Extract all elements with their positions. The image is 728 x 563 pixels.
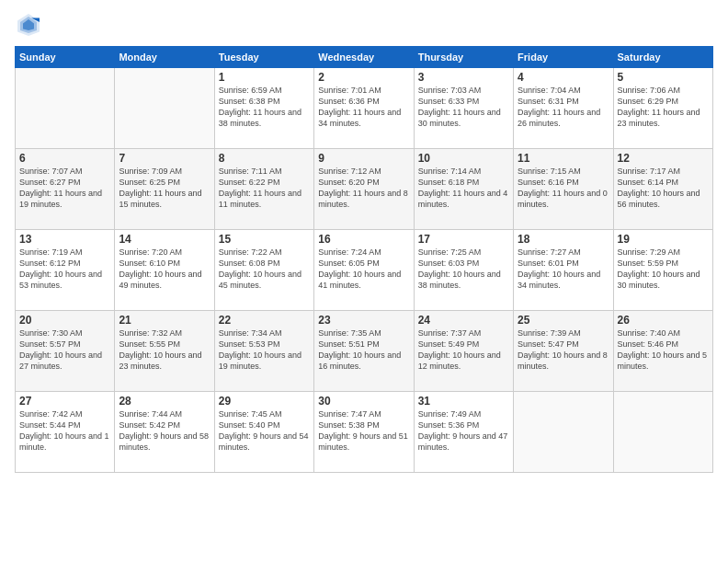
day-info: Sunrise: 7:14 AM Sunset: 6:18 PM Dayligh…: [418, 166, 509, 211]
calendar-cell: 24Sunrise: 7:37 AM Sunset: 5:49 PM Dayli…: [414, 311, 513, 392]
calendar-cell: 21Sunrise: 7:32 AM Sunset: 5:55 PM Dayli…: [115, 311, 214, 392]
day-number: 26: [618, 314, 709, 327]
col-header-thursday: Thursday: [414, 47, 513, 68]
day-number: 31: [418, 395, 509, 408]
day-info: Sunrise: 6:59 AM Sunset: 6:38 PM Dayligh…: [219, 85, 310, 130]
day-number: 29: [219, 395, 310, 408]
day-info: Sunrise: 7:19 AM Sunset: 6:12 PM Dayligh…: [19, 247, 110, 292]
day-number: 5: [618, 71, 709, 84]
col-header-friday: Friday: [514, 47, 613, 68]
day-info: Sunrise: 7:22 AM Sunset: 6:08 PM Dayligh…: [219, 247, 310, 292]
week-row-3: 13Sunrise: 7:19 AM Sunset: 6:12 PM Dayli…: [16, 230, 713, 311]
calendar-cell: 13Sunrise: 7:19 AM Sunset: 6:12 PM Dayli…: [16, 230, 115, 311]
day-info: Sunrise: 7:32 AM Sunset: 5:55 PM Dayligh…: [119, 327, 210, 373]
day-info: Sunrise: 7:35 AM Sunset: 5:51 PM Dayligh…: [318, 327, 409, 373]
day-number: 18: [518, 233, 609, 246]
calendar-cell: [613, 392, 712, 473]
day-number: 13: [19, 233, 110, 246]
day-info: Sunrise: 7:04 AM Sunset: 6:31 PM Dayligh…: [518, 85, 609, 130]
calendar-cell: [514, 392, 613, 473]
day-number: 2: [318, 71, 409, 84]
calendar-cell: 18Sunrise: 7:27 AM Sunset: 6:01 PM Dayli…: [514, 230, 613, 311]
day-number: 1: [219, 71, 310, 84]
day-number: 17: [418, 233, 509, 246]
calendar-cell: 30Sunrise: 7:47 AM Sunset: 5:38 PM Dayli…: [314, 392, 414, 473]
col-header-saturday: Saturday: [613, 47, 712, 68]
calendar-cell: 22Sunrise: 7:34 AM Sunset: 5:53 PM Dayli…: [214, 311, 313, 392]
week-row-2: 6Sunrise: 7:07 AM Sunset: 6:27 PM Daylig…: [16, 149, 713, 230]
day-info: Sunrise: 7:47 AM Sunset: 5:38 PM Dayligh…: [318, 408, 409, 454]
calendar-cell: 8Sunrise: 7:11 AM Sunset: 6:22 PM Daylig…: [214, 149, 313, 230]
col-header-wednesday: Wednesday: [314, 47, 414, 68]
day-number: 6: [19, 152, 110, 165]
calendar-cell: 27Sunrise: 7:42 AM Sunset: 5:44 PM Dayli…: [16, 392, 115, 473]
calendar-cell: 5Sunrise: 7:06 AM Sunset: 6:29 PM Daylig…: [613, 68, 712, 149]
day-info: Sunrise: 7:07 AM Sunset: 6:27 PM Dayligh…: [19, 166, 110, 211]
day-number: 28: [119, 395, 210, 408]
day-number: 27: [19, 395, 110, 408]
day-number: 10: [418, 152, 509, 165]
page: SundayMondayTuesdayWednesdayThursdayFrid…: [0, 0, 728, 563]
calendar-cell: 10Sunrise: 7:14 AM Sunset: 6:18 PM Dayli…: [414, 149, 513, 230]
day-number: 20: [19, 314, 110, 327]
col-header-sunday: Sunday: [16, 47, 115, 68]
calendar-cell: 29Sunrise: 7:45 AM Sunset: 5:40 PM Dayli…: [214, 392, 313, 473]
day-number: 11: [518, 152, 609, 165]
calendar-cell: [115, 68, 214, 149]
day-info: Sunrise: 7:09 AM Sunset: 6:25 PM Dayligh…: [119, 166, 210, 211]
calendar-cell: 9Sunrise: 7:12 AM Sunset: 6:20 PM Daylig…: [314, 149, 414, 230]
logo-icon: [15, 11, 42, 39]
calendar-cell: 19Sunrise: 7:29 AM Sunset: 5:59 PM Dayli…: [613, 230, 712, 311]
day-info: Sunrise: 7:06 AM Sunset: 6:29 PM Dayligh…: [618, 85, 709, 130]
calendar-cell: 23Sunrise: 7:35 AM Sunset: 5:51 PM Dayli…: [314, 311, 414, 392]
day-info: Sunrise: 7:25 AM Sunset: 6:03 PM Dayligh…: [418, 247, 509, 292]
calendar-cell: 20Sunrise: 7:30 AM Sunset: 5:57 PM Dayli…: [16, 311, 115, 392]
col-header-monday: Monday: [115, 47, 214, 68]
calendar-table: SundayMondayTuesdayWednesdayThursdayFrid…: [15, 46, 713, 473]
day-number: 19: [618, 233, 709, 246]
calendar-cell: 4Sunrise: 7:04 AM Sunset: 6:31 PM Daylig…: [514, 68, 613, 149]
calendar-cell: 31Sunrise: 7:49 AM Sunset: 5:36 PM Dayli…: [414, 392, 513, 473]
day-info: Sunrise: 7:20 AM Sunset: 6:10 PM Dayligh…: [119, 247, 210, 292]
day-number: 16: [318, 233, 409, 246]
calendar-cell: 14Sunrise: 7:20 AM Sunset: 6:10 PM Dayli…: [115, 230, 214, 311]
day-number: 23: [318, 314, 409, 327]
week-row-5: 27Sunrise: 7:42 AM Sunset: 5:44 PM Dayli…: [16, 392, 713, 473]
calendar-cell: 2Sunrise: 7:01 AM Sunset: 6:36 PM Daylig…: [314, 68, 414, 149]
day-info: Sunrise: 7:01 AM Sunset: 6:36 PM Dayligh…: [318, 85, 409, 130]
day-number: 14: [119, 233, 210, 246]
day-number: 9: [318, 152, 409, 165]
day-number: 12: [618, 152, 709, 165]
calendar-cell: 6Sunrise: 7:07 AM Sunset: 6:27 PM Daylig…: [16, 149, 115, 230]
day-info: Sunrise: 7:03 AM Sunset: 6:33 PM Dayligh…: [418, 85, 509, 130]
day-info: Sunrise: 7:37 AM Sunset: 5:49 PM Dayligh…: [418, 327, 509, 373]
day-number: 24: [418, 314, 509, 327]
day-info: Sunrise: 7:30 AM Sunset: 5:57 PM Dayligh…: [19, 327, 110, 373]
calendar-cell: 28Sunrise: 7:44 AM Sunset: 5:42 PM Dayli…: [115, 392, 214, 473]
day-number: 22: [219, 314, 310, 327]
calendar-cell: 7Sunrise: 7:09 AM Sunset: 6:25 PM Daylig…: [115, 149, 214, 230]
day-info: Sunrise: 7:34 AM Sunset: 5:53 PM Dayligh…: [219, 327, 310, 373]
day-info: Sunrise: 7:49 AM Sunset: 5:36 PM Dayligh…: [418, 408, 509, 454]
week-row-4: 20Sunrise: 7:30 AM Sunset: 5:57 PM Dayli…: [16, 311, 713, 392]
calendar-cell: 16Sunrise: 7:24 AM Sunset: 6:05 PM Dayli…: [314, 230, 414, 311]
day-info: Sunrise: 7:17 AM Sunset: 6:14 PM Dayligh…: [618, 166, 709, 211]
week-row-1: 1Sunrise: 6:59 AM Sunset: 6:38 PM Daylig…: [16, 68, 713, 149]
calendar-cell: 3Sunrise: 7:03 AM Sunset: 6:33 PM Daylig…: [414, 68, 513, 149]
header: [15, 11, 713, 39]
calendar-cell: 1Sunrise: 6:59 AM Sunset: 6:38 PM Daylig…: [214, 68, 313, 149]
day-info: Sunrise: 7:24 AM Sunset: 6:05 PM Dayligh…: [318, 247, 409, 292]
calendar-cell: 12Sunrise: 7:17 AM Sunset: 6:14 PM Dayli…: [613, 149, 712, 230]
day-number: 15: [219, 233, 310, 246]
calendar-cell: 26Sunrise: 7:40 AM Sunset: 5:46 PM Dayli…: [613, 311, 712, 392]
day-info: Sunrise: 7:45 AM Sunset: 5:40 PM Dayligh…: [219, 408, 310, 454]
day-number: 30: [318, 395, 409, 408]
col-header-tuesday: Tuesday: [214, 47, 313, 68]
calendar-cell: 15Sunrise: 7:22 AM Sunset: 6:08 PM Dayli…: [214, 230, 313, 311]
day-number: 4: [518, 71, 609, 84]
calendar-cell: [16, 68, 115, 149]
day-info: Sunrise: 7:12 AM Sunset: 6:20 PM Dayligh…: [318, 166, 409, 211]
day-info: Sunrise: 7:29 AM Sunset: 5:59 PM Dayligh…: [618, 247, 709, 292]
day-info: Sunrise: 7:40 AM Sunset: 5:46 PM Dayligh…: [618, 327, 709, 373]
day-info: Sunrise: 7:11 AM Sunset: 6:22 PM Dayligh…: [219, 166, 310, 211]
